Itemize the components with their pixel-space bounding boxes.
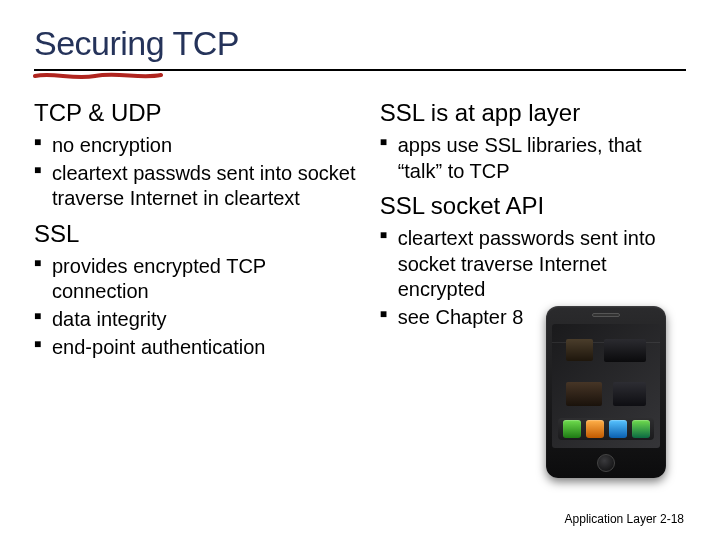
list-item: end-point authentication [34,335,356,363]
underline-accent-icon [33,70,163,82]
phone-app-icon [632,420,650,438]
right-heading-2: SSL socket API [380,192,686,220]
smartphone-illustration [546,306,666,478]
left-heading-1: TCP & UDP [34,99,356,127]
list-item: cleartext passwds sent into socket trave… [34,161,356,214]
phone-speaker-icon [592,313,620,317]
left-list-1: no encryption cleartext passwds sent int… [34,133,356,214]
slide-footer: Application Layer 2-18 [565,512,684,526]
list-item: apps use SSL libraries, that “talk” to T… [380,133,686,186]
phone-tile-icon [613,382,646,405]
footer-label: Application Layer [565,512,657,526]
list-item: provides encrypted TCP connection [34,254,356,307]
left-list-2: provides encrypted TCP connection data i… [34,254,356,362]
phone-home-button-icon [597,454,615,472]
phone-tile-icon [566,382,603,405]
phone-dock-icon [558,418,654,440]
phone-app-icon [586,420,604,438]
list-item: no encryption [34,133,356,161]
phone-app-icon [609,420,627,438]
list-item: data integrity [34,307,356,335]
phone-body-icon [546,306,666,478]
footer-page: 2-18 [660,512,684,526]
phone-wallpaper-icon [560,334,652,412]
right-heading-1: SSL is at app layer [380,99,686,127]
phone-screen-icon [552,324,660,448]
phone-app-icon [563,420,581,438]
slide-title: Securing TCP [0,0,720,69]
right-list-1: apps use SSL libraries, that “talk” to T… [380,133,686,186]
left-column: TCP & UDP no encryption cleartext passwd… [34,95,356,368]
phone-tile-icon [566,339,594,361]
phone-tile-icon [604,339,646,362]
list-item: cleartext passwords sent into socket tra… [380,226,686,305]
left-heading-2: SSL [34,220,356,248]
